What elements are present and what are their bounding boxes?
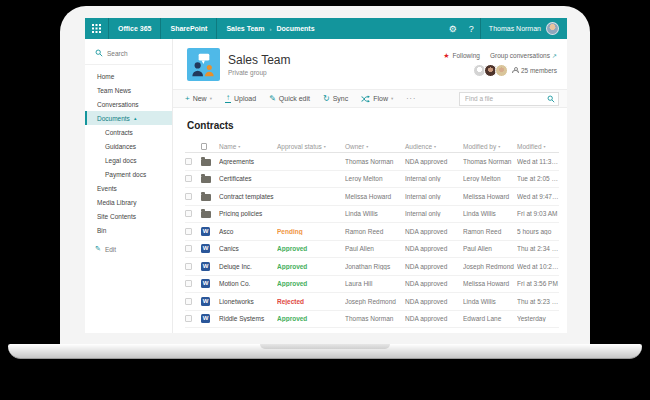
sidebar-item[interactable]: Guidances (85, 139, 172, 153)
column-header-owner[interactable]: Owner ▾ (345, 143, 403, 150)
row-name[interactable]: Asco (219, 228, 275, 235)
table-row[interactable]: Pricing policies Linda Willis Internal o… (185, 206, 559, 224)
sidebar-item[interactable]: Home (85, 69, 172, 83)
group-conversations-link[interactable]: Group conversations ↗ (490, 52, 557, 59)
sync-button[interactable]: ↻ Sync (323, 95, 348, 103)
row-name[interactable]: Lionetworks (219, 298, 275, 305)
settings-gear-icon[interactable]: ⚙ (443, 18, 463, 39)
sidebar-item[interactable]: Legal docs (85, 153, 172, 167)
row-checkbox[interactable] (185, 245, 192, 252)
row-checkbox[interactable] (185, 263, 192, 270)
sidebar-item[interactable]: Team News (85, 83, 172, 97)
table-row[interactable]: Canics Approved Paul Allen NDA approved … (185, 241, 559, 259)
column-header-audience[interactable]: Audience ▾ (405, 143, 461, 150)
row-checkbox[interactable] (185, 193, 192, 200)
sidebar-item[interactable]: Conversations (85, 97, 172, 111)
row-approval-status: Approved (277, 245, 343, 252)
row-name[interactable]: Deluge Inc. (219, 263, 275, 270)
row-modified: 5 hours ago (517, 228, 559, 235)
sharepoint-screen: Office 365 SharePoint Sales Team › Docum… (85, 18, 567, 333)
chevron-down-icon: ▾ (544, 144, 546, 149)
flow-button[interactable]: Flow ▾ (361, 95, 393, 103)
upload-button[interactable]: ↑ Upload (225, 94, 256, 104)
row-name[interactable]: Canics (219, 245, 275, 252)
row-owner: Paul Allen (345, 245, 403, 252)
column-header-modified[interactable]: Modified ▾ (517, 143, 559, 150)
row-modified-by: Ramon Reed (463, 228, 515, 235)
help-icon[interactable]: ? (463, 18, 480, 39)
find-file-box (459, 92, 559, 106)
sidebar-search[interactable]: Search (85, 46, 172, 65)
table-row[interactable]: Motion Co. Approved Laura Hill NDA appro… (185, 276, 559, 294)
quick-edit-label: Quick edit (279, 95, 310, 102)
sidebar-item-label: Team News (97, 87, 131, 94)
sidebar-item[interactable]: Events (85, 181, 172, 195)
row-modified: Thu at 2:34 PM (517, 245, 559, 252)
following-button[interactable]: ★ Following (443, 52, 480, 60)
row-name[interactable]: Pricing policies (219, 210, 275, 217)
row-approval-status: Rejected (277, 298, 343, 305)
file-type-icon (201, 159, 211, 166)
search-icon[interactable] (547, 95, 555, 103)
site-title-block: Sales Team Private group (228, 53, 290, 76)
office365-link[interactable]: Office 365 (109, 18, 161, 39)
user-avatar[interactable] (546, 22, 559, 35)
row-owner: Thomas Norman (345, 315, 403, 322)
site-privacy-label: Private group (228, 69, 290, 76)
sidebar-edit-label: Edit (105, 246, 116, 253)
row-owner: Laura Hill (345, 280, 403, 287)
find-file-input[interactable] (459, 92, 559, 106)
sharepoint-link[interactable]: SharePoint (161, 18, 217, 39)
chevron-down-icon: ▾ (366, 144, 368, 149)
row-checkbox[interactable] (185, 158, 192, 165)
row-checkbox[interactable] (185, 228, 192, 235)
app-launcher-button[interactable] (85, 18, 109, 39)
breadcrumb-site[interactable]: Sales Team (226, 25, 264, 32)
table-row[interactable]: Contract templates Melissa Howard Intern… (185, 188, 559, 206)
sidebar-item[interactable]: Payment docs (85, 167, 172, 181)
table-row[interactable]: Certificates Leroy Melton Internal only … (185, 171, 559, 189)
new-button[interactable]: + New ▾ (185, 95, 212, 103)
row-name[interactable]: Certificates (219, 175, 275, 182)
plus-icon: + (185, 95, 190, 103)
group-logo-icon[interactable] (187, 48, 220, 81)
sidebar-item[interactable]: Media Library (85, 195, 172, 209)
sidebar-item[interactable]: Documents ▴ (85, 111, 172, 125)
table-row[interactable]: Lionetworks Rejected Joseph Redmond NDA … (185, 293, 559, 311)
user-menu[interactable]: Thomas Norman (480, 18, 567, 39)
table-row[interactable]: Asco Pending Ramon Reed NDA approved Ram… (185, 223, 559, 241)
more-commands-button[interactable]: ··· (406, 95, 416, 102)
row-checkbox[interactable] (185, 315, 192, 322)
column-header-name[interactable]: Name ▾ (219, 143, 275, 150)
row-name[interactable]: Motion Co. (219, 280, 275, 287)
member-avatar[interactable] (495, 64, 508, 77)
sidebar-item[interactable]: Site Contents (85, 209, 172, 223)
row-modified-by: Melissa Howard (463, 193, 515, 200)
chevron-up-icon: ▴ (134, 115, 137, 121)
chevron-down-icon: ▾ (210, 96, 212, 101)
row-checkbox[interactable] (185, 175, 192, 182)
table-row[interactable]: Riddle Systems Approved Thomas Norman ND… (185, 311, 559, 329)
column-header-approval-status[interactable]: Approval status ▾ (277, 143, 343, 150)
row-name[interactable]: Contract templates (219, 193, 275, 200)
following-label: Following (453, 52, 480, 59)
sidebar-item[interactable]: Contracts (85, 125, 172, 139)
quick-edit-button[interactable]: ✎ Quick edit (269, 95, 310, 103)
column-header-modified-by[interactable]: Modified by ▾ (463, 143, 515, 150)
table-row[interactable]: Agreements Thomas Norman NDA approved Th… (185, 153, 559, 171)
file-type-icon (201, 297, 210, 306)
row-checkbox[interactable] (185, 298, 192, 305)
table-row[interactable]: Deluge Inc. Approved Jonathan Riggs NDA … (185, 258, 559, 276)
row-checkbox[interactable] (185, 280, 192, 287)
members-link[interactable]: 25 members (512, 67, 557, 74)
sidebar-edit-link[interactable]: ✎ Edit (85, 245, 172, 253)
row-name[interactable]: Agreements (219, 158, 275, 165)
sidebar-item-label: Guidances (105, 143, 136, 150)
row-name[interactable]: Riddle Systems (219, 315, 275, 322)
breadcrumb-page[interactable]: Documents (276, 25, 314, 32)
row-checkbox[interactable] (185, 210, 192, 217)
search-icon (95, 49, 103, 57)
row-modified: Fri at 9:03 AM (517, 210, 559, 217)
laptop-base (8, 344, 642, 359)
sidebar-item[interactable]: Bin (85, 223, 172, 237)
